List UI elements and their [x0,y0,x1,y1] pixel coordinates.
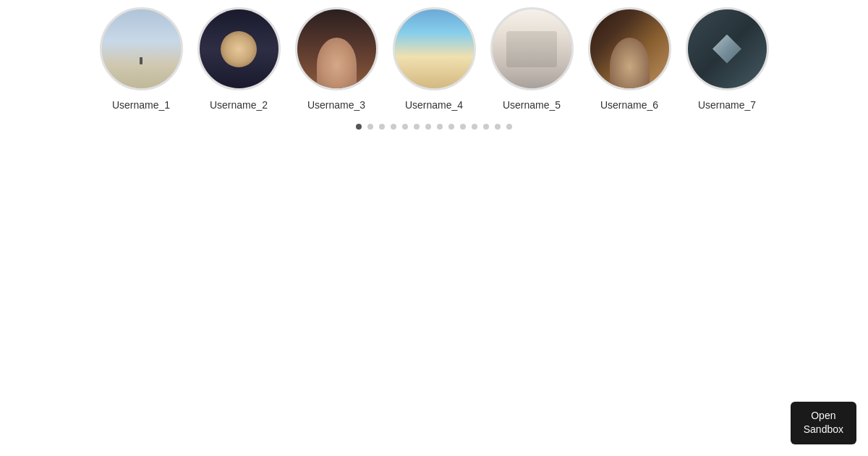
carousel-dot-11[interactable] [472,124,477,130]
user-item-2[interactable]: Username_2 [197,7,281,111]
open-sandbox-button[interactable]: OpenSandbox [791,402,856,444]
carousel-dot-2[interactable] [367,124,373,130]
avatar-image-6 [590,9,669,88]
avatar-wrapper-7 [686,7,769,90]
avatar-image-5 [493,9,571,88]
carousel-dot-12[interactable] [483,124,489,130]
carousel-dot-1[interactable] [356,124,362,130]
carousel-dot-13[interactable] [495,124,501,130]
user-item-5[interactable]: Username_5 [490,7,574,111]
avatar-image-1 [102,9,181,88]
username-label-7: Username_7 [698,99,756,111]
user-item-4[interactable]: Username_4 [393,7,476,111]
carousel-dot-3[interactable] [379,124,385,130]
carousel-dot-6[interactable] [414,124,420,130]
username-label-6: Username_6 [600,99,658,111]
carousel-dot-4[interactable] [391,124,396,130]
avatar-image-7 [688,9,767,88]
carousel-dots [0,124,868,130]
avatar-image-2 [200,9,278,88]
user-item-6[interactable]: Username_6 [588,7,671,111]
avatar-wrapper-4 [393,7,476,90]
avatar-wrapper-6 [588,7,671,90]
user-item-3[interactable]: Username_3 [295,7,378,111]
username-label-5: Username_5 [503,99,561,111]
user-item-7[interactable]: Username_7 [686,7,769,111]
username-label-1: Username_1 [112,99,170,111]
carousel-dot-5[interactable] [402,124,408,130]
users-section: Username_1Username_2Username_3Username_4… [0,0,868,130]
avatar-wrapper-2 [197,7,281,90]
user-item-1[interactable]: Username_1 [100,7,183,111]
avatar-image-4 [395,9,474,88]
carousel-dot-8[interactable] [437,124,443,130]
username-label-4: Username_4 [405,99,463,111]
username-label-2: Username_2 [210,99,268,111]
avatar-wrapper-5 [490,7,574,90]
carousel-dot-14[interactable] [506,124,512,130]
avatar-wrapper-3 [295,7,378,90]
avatar-wrapper-1 [100,7,183,90]
carousel-dot-7[interactable] [425,124,431,130]
users-row: Username_1Username_2Username_3Username_4… [0,0,868,111]
carousel-dot-10[interactable] [460,124,466,130]
carousel-dot-9[interactable] [448,124,454,130]
username-label-3: Username_3 [307,99,365,111]
avatar-image-3 [297,9,376,88]
